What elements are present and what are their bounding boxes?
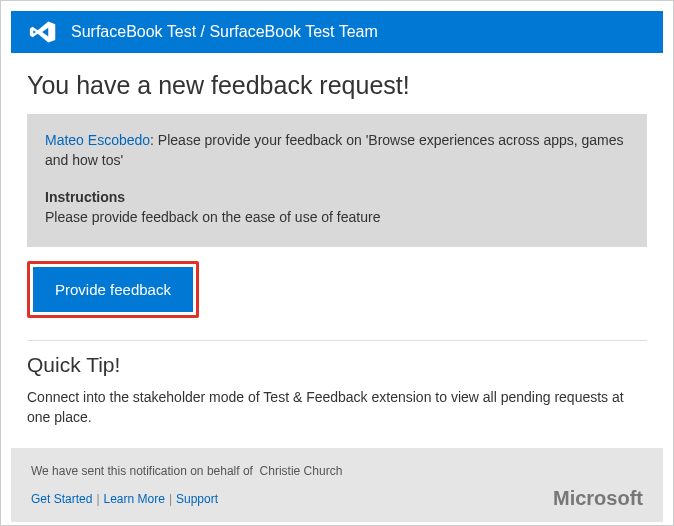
divider (27, 340, 647, 341)
link-divider: | (96, 492, 99, 506)
support-link[interactable]: Support (176, 492, 218, 506)
footer-links: Get Started|Learn More|Support (31, 492, 643, 506)
sent-by-prefix: We have sent this notification on behalf… (31, 464, 256, 478)
learn-more-link[interactable]: Learn More (104, 492, 165, 506)
header-bar: SurfaceBook Test / SurfaceBook Test Team (11, 11, 663, 53)
page-title: You have a new feedback request! (27, 71, 647, 100)
quick-tip-title: Quick Tip! (27, 353, 647, 377)
visual-studio-icon (29, 21, 57, 43)
requester-separator: : (150, 132, 158, 148)
footer-bar: We have sent this notification on behalf… (11, 448, 663, 522)
microsoft-logo: Microsoft (553, 487, 643, 510)
content-area: You have a new feedback request! Mateo E… (1, 53, 673, 428)
get-started-link[interactable]: Get Started (31, 492, 92, 506)
breadcrumb: SurfaceBook Test / SurfaceBook Test Team (71, 23, 378, 41)
feedback-request-box: Mateo Escobedo: Please provide your feed… (27, 114, 647, 247)
instructions-text: Please provide feedback on the ease of u… (45, 207, 629, 227)
provide-feedback-button[interactable]: Provide feedback (33, 267, 193, 312)
sender-name: Christie Church (260, 464, 343, 478)
provide-feedback-highlight: Provide feedback (27, 261, 199, 318)
link-divider: | (169, 492, 172, 506)
instructions-label: Instructions (45, 187, 629, 207)
quick-tip-text: Connect into the stakeholder mode of Tes… (27, 387, 647, 428)
sent-by-line: We have sent this notification on behalf… (31, 464, 643, 478)
requester-name: Mateo Escobedo (45, 132, 150, 148)
request-message-line: Mateo Escobedo: Please provide your feed… (45, 130, 629, 171)
